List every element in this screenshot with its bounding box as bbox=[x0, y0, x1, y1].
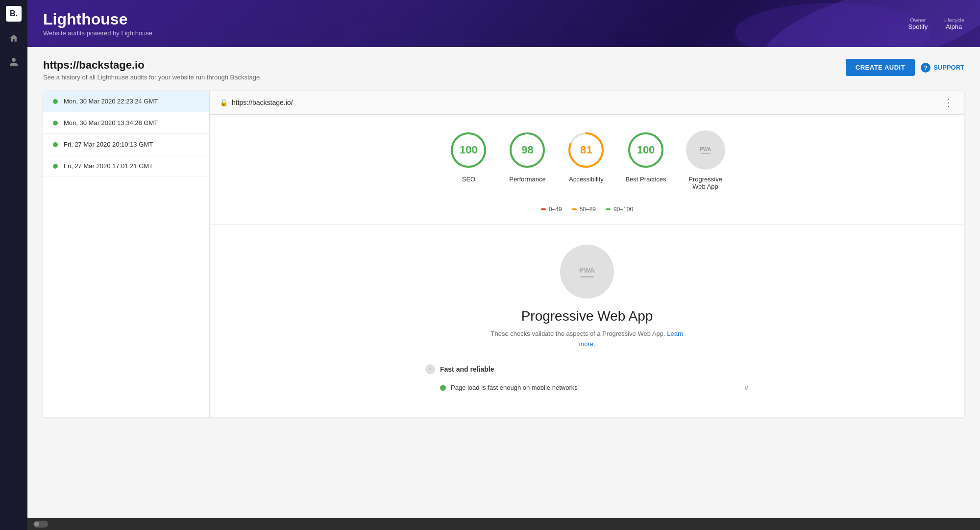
legend-range: 50–89 bbox=[580, 206, 596, 213]
score-circle-wrapper: 100 bbox=[626, 130, 665, 170]
header: Lighthouse Website audits powered by Lig… bbox=[27, 0, 980, 47]
audit-list: Mon, 30 Mar 2020 22:23:24 GMT Mon, 30 Ma… bbox=[43, 91, 210, 417]
audit-date: Fri, 27 Mar 2020 17:01:21 GMT bbox=[64, 162, 153, 170]
create-audit-button[interactable]: CREATE AUDIT bbox=[846, 59, 915, 76]
score-circle-wrapper: 81 bbox=[566, 130, 606, 170]
audit-date: Fri, 27 Mar 2020 20:10:13 GMT bbox=[64, 141, 153, 148]
score-number: 100 bbox=[637, 144, 655, 156]
checklist-item-left: Page load is fast enough on mobile netwo… bbox=[440, 384, 578, 391]
status-dot bbox=[53, 142, 58, 147]
sidebar-item-home[interactable] bbox=[7, 31, 21, 45]
more-options-button[interactable]: ⋮ bbox=[944, 97, 955, 108]
legend-dot bbox=[606, 208, 611, 210]
legend-item: 0–49 bbox=[541, 206, 562, 213]
bottom-bar bbox=[27, 518, 980, 530]
sidebar-logo: B. bbox=[6, 6, 22, 22]
lifecycle-label: Lifecycle bbox=[943, 17, 964, 23]
content-layout: Mon, 30 Mar 2020 22:23:24 GMT Mon, 30 Ma… bbox=[43, 91, 964, 417]
lock-icon: 🔒 bbox=[220, 99, 228, 106]
header-lifecycle: Lifecycle Alpha bbox=[943, 17, 964, 30]
support-label: SUPPORT bbox=[933, 64, 964, 71]
page-body: https://backstage.io See a history of al… bbox=[27, 47, 980, 530]
sidebar-item-user[interactable] bbox=[7, 55, 21, 69]
page-title-group: https://backstage.io See a history of al… bbox=[43, 59, 262, 81]
checklist-item-label: Page load is fast enough on mobile netwo… bbox=[451, 384, 578, 391]
status-dot bbox=[53, 99, 58, 104]
pwa-large-text: PWA bbox=[579, 266, 595, 274]
audit-detail-header: 🔒 https://backstage.io/ ⋮ bbox=[210, 91, 964, 115]
score-number: 98 bbox=[521, 144, 533, 156]
pwa-score-circle: PWA bbox=[686, 130, 725, 170]
pwa-section-title: Progressive Web App bbox=[521, 308, 653, 324]
pwa-score-dash bbox=[701, 153, 710, 154]
audit-date: Mon, 30 Mar 2020 13:34:28 GMT bbox=[64, 119, 158, 126]
audit-date: Mon, 30 Mar 2020 22:23:24 GMT bbox=[64, 98, 158, 105]
score-item: 81 Accessibility bbox=[566, 130, 606, 190]
header-left: Lighthouse Website audits powered by Lig… bbox=[43, 10, 152, 37]
legend-item: 90–100 bbox=[606, 206, 633, 213]
score-circle-wrapper: 98 bbox=[508, 130, 547, 170]
score-circle-wrapper: 100 bbox=[449, 130, 488, 170]
score-item: 100 Best Practices bbox=[625, 130, 666, 190]
page-description: See a history of all Lighthouse audits f… bbox=[43, 74, 262, 81]
score-number: 100 bbox=[460, 144, 478, 156]
support-button[interactable]: ? SUPPORT bbox=[921, 63, 964, 73]
audit-list-item[interactable]: Mon, 30 Mar 2020 13:34:28 GMT bbox=[43, 112, 209, 134]
pwa-large-circle: PWA bbox=[560, 245, 614, 299]
status-dot bbox=[53, 121, 58, 126]
audit-list-item[interactable]: Fri, 27 Mar 2020 17:01:21 GMT bbox=[43, 155, 209, 177]
score-label: Performance bbox=[509, 176, 545, 183]
pwa-detail: PWA Progressive Web App These checks val… bbox=[210, 225, 964, 417]
checklist-group-label: Fast and reliable bbox=[440, 365, 494, 373]
pwa-large-dash bbox=[580, 276, 594, 278]
main-content: Lighthouse Website audits powered by Lig… bbox=[27, 0, 980, 530]
checklist-group-icon: ○ bbox=[425, 364, 435, 374]
audit-list-item[interactable]: Mon, 30 Mar 2020 22:23:24 GMT bbox=[43, 91, 209, 112]
legend-range: 90–100 bbox=[613, 206, 633, 213]
page-actions: CREATE AUDIT ? SUPPORT bbox=[846, 59, 964, 76]
score-item: PWA ProgressiveWeb App bbox=[686, 130, 725, 190]
legend-item: 50–89 bbox=[572, 206, 596, 213]
score-label: Accessibility bbox=[569, 176, 604, 183]
legend-range: 0–49 bbox=[549, 206, 562, 213]
legend-dot bbox=[541, 208, 546, 210]
page-url: https://backstage.io bbox=[43, 59, 262, 72]
audit-detail-url: https://backstage.io/ bbox=[232, 99, 293, 106]
score-number: 81 bbox=[580, 144, 592, 156]
header-right: Owner Spotify Lifecycle Alpha bbox=[908, 17, 964, 30]
header-title: Lighthouse bbox=[43, 10, 152, 28]
audit-url-display: 🔒 https://backstage.io/ bbox=[220, 99, 293, 106]
score-item: 98 Performance bbox=[508, 130, 547, 190]
score-label: SEO bbox=[462, 176, 475, 183]
pwa-desc-text: These checks validate the aspects of a P… bbox=[491, 330, 667, 337]
score-label: Best Practices bbox=[625, 176, 666, 183]
bottom-toggle[interactable] bbox=[33, 521, 48, 528]
audit-detail: 🔒 https://backstage.io/ ⋮ 100 SEO bbox=[210, 91, 964, 417]
chevron-down-icon: ∨ bbox=[744, 384, 749, 392]
header-owner: Owner Spotify bbox=[908, 17, 928, 30]
checklist-item[interactable]: Page load is fast enough on mobile netwo… bbox=[425, 379, 749, 397]
lifecycle-value: Alpha bbox=[943, 23, 964, 30]
score-item: 100 SEO bbox=[449, 130, 488, 190]
sidebar: B. bbox=[0, 0, 27, 530]
legend-dot bbox=[572, 208, 577, 210]
support-icon: ? bbox=[921, 63, 931, 73]
audit-list-item[interactable]: Fri, 27 Mar 2020 20:10:13 GMT bbox=[43, 134, 209, 155]
scores-section: 100 SEO 98 Performance 81 Accessibility bbox=[210, 115, 964, 200]
page-header: https://backstage.io See a history of al… bbox=[43, 59, 964, 81]
pwa-score-text: PWA bbox=[700, 147, 711, 152]
check-green-icon bbox=[440, 385, 446, 391]
checklist-section: ○ Fast and reliable Page load is fast en… bbox=[416, 350, 759, 407]
status-dot bbox=[53, 164, 58, 169]
score-label: ProgressiveWeb App bbox=[688, 176, 722, 190]
owner-label: Owner bbox=[908, 17, 928, 23]
header-subtitle: Website audits powered by Lighthouse bbox=[43, 29, 152, 37]
legend: 0–49 50–89 90–100 bbox=[210, 200, 964, 225]
pwa-section-desc: These checks validate the aspects of a P… bbox=[489, 329, 685, 350]
owner-value: Spotify bbox=[908, 23, 928, 30]
checklist-group-header: ○ Fast and reliable bbox=[425, 359, 749, 379]
